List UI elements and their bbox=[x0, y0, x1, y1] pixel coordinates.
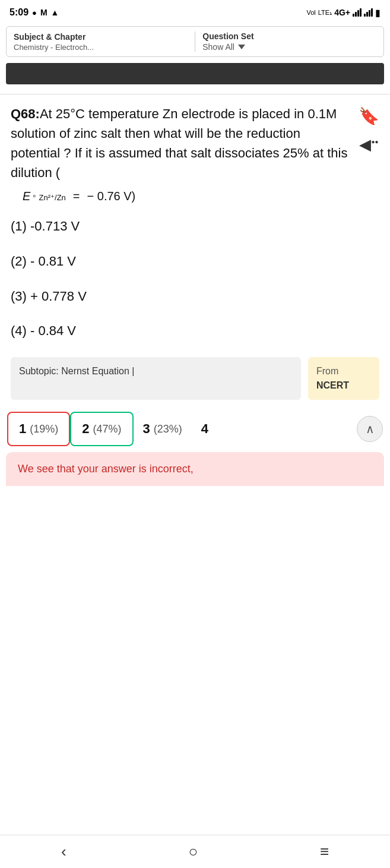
menu-button[interactable]: ≡ bbox=[308, 838, 341, 866]
equals-sign: = bbox=[73, 187, 80, 205]
scroll-up-button[interactable]: ∧ bbox=[357, 416, 383, 442]
options-list: (1) -0.713 V (2) - 0.81 V (3) + 0.778 V … bbox=[11, 217, 379, 340]
answer-btn-1[interactable]: 1 (19%) bbox=[7, 412, 70, 446]
answer-btn-2[interactable]: 2 (47%) bbox=[70, 412, 133, 446]
subject-chapter-filter[interactable]: Subject & Chapter Chemistry - Electroch.… bbox=[14, 31, 188, 52]
feedback-text: We see that your answer is incorrect, bbox=[18, 463, 194, 475]
info-row: Subtopic: Nernst Equation | From NCERT bbox=[0, 357, 390, 400]
answer-plain-3[interactable]: 3 (23%) bbox=[134, 413, 192, 445]
e-symbol: E bbox=[23, 187, 30, 205]
question-set-label: Question Set bbox=[202, 31, 376, 41]
signal-bars-2 bbox=[364, 8, 373, 17]
subtopic-value: Nernst Equation | bbox=[61, 366, 134, 376]
back-icon: ‹ bbox=[61, 842, 66, 860]
formula-text: E°Zn²⁺/Zn = − 0.76 V) bbox=[23, 187, 135, 205]
option-1[interactable]: (1) -0.713 V bbox=[11, 217, 379, 236]
subtopic-box: Subtopic: Nernst Equation | bbox=[11, 357, 301, 400]
question-icons: 🔖 ◀●● bbox=[359, 104, 379, 154]
bottom-nav[interactable]: ‹ ○ ≡ bbox=[0, 835, 390, 868]
option-4[interactable]: (4) - 0.84 V bbox=[11, 322, 379, 340]
filter-divider bbox=[195, 31, 196, 52]
source-box: From NCERT bbox=[308, 357, 379, 400]
subscript-label: Zn²⁺/Zn bbox=[39, 192, 66, 204]
source-line1: From bbox=[316, 364, 371, 378]
question-number: Q68: bbox=[11, 106, 40, 121]
status-right: Vol LTE₁ 4G+ ▮ bbox=[306, 7, 381, 18]
question-header: Q68:At 25°C temperature Zn electrode is … bbox=[11, 104, 379, 206]
separator-line bbox=[0, 94, 390, 94]
subject-chapter-label: Subject & Chapter bbox=[14, 32, 188, 42]
option-3[interactable]: (3) + 0.778 V bbox=[11, 288, 379, 306]
answer-pct-3: (23%) bbox=[154, 423, 182, 435]
time-display: 5:09 bbox=[9, 7, 28, 18]
answer-num-4: 4 bbox=[201, 421, 208, 437]
answer-pct-2: (47%) bbox=[93, 423, 122, 435]
answer-pct-1: (19%) bbox=[30, 423, 58, 435]
option-2[interactable]: (2) - 0.81 V bbox=[11, 252, 379, 271]
share-icon[interactable]: ◀●● bbox=[359, 135, 378, 154]
signal-bars bbox=[353, 8, 362, 17]
question-text: Q68:At 25°C temperature Zn electrode is … bbox=[11, 104, 353, 206]
m-icon: M bbox=[40, 8, 47, 17]
bookmark-icon[interactable]: 🔖 bbox=[359, 106, 379, 126]
home-icon: ○ bbox=[188, 842, 198, 860]
dark-progress-bar bbox=[6, 63, 384, 84]
answer-options-row[interactable]: 1 (19%) 2 (47%) 3 (23%) 4 ∧ bbox=[0, 412, 390, 446]
signal-icon: ● bbox=[32, 8, 37, 17]
back-button[interactable]: ‹ bbox=[49, 838, 78, 866]
subject-chapter-value: Chemistry - Electroch... bbox=[14, 43, 188, 52]
value-text: − 0.76 V) bbox=[87, 187, 136, 205]
source-line2: NCERT bbox=[316, 378, 371, 393]
lte-label: LTE₁ bbox=[318, 9, 332, 17]
status-bar: 5:09 ● M ▲ Vol LTE₁ 4G+ ▮ bbox=[0, 0, 390, 24]
degree-symbol: ° bbox=[33, 192, 36, 204]
feedback-bar: We see that your answer is incorrect, bbox=[6, 452, 384, 486]
chevron-up-icon: ∧ bbox=[366, 422, 375, 436]
answer-plain-4[interactable]: 4 bbox=[192, 413, 218, 445]
question-body: At 25°C temperature Zn electrode is plac… bbox=[11, 106, 347, 180]
subtopic-label: Subtopic: bbox=[19, 366, 59, 376]
chevron-down-icon bbox=[238, 45, 245, 49]
answer-num-2: 2 bbox=[82, 421, 89, 437]
answer-num-1: 1 bbox=[19, 421, 26, 437]
filter-row[interactable]: Subject & Chapter Chemistry - Electroch.… bbox=[6, 26, 384, 57]
vol-icon: Vol bbox=[306, 9, 315, 16]
network-label: 4G+ bbox=[334, 8, 350, 17]
question-set-value: Show All bbox=[202, 42, 376, 52]
show-all-text: Show All bbox=[202, 42, 234, 52]
menu-icon: ≡ bbox=[320, 842, 329, 860]
cloud-icon: ▲ bbox=[51, 8, 59, 17]
status-time: 5:09 ● M ▲ bbox=[9, 7, 59, 18]
answer-num-3: 3 bbox=[143, 421, 150, 437]
home-button[interactable]: ○ bbox=[176, 838, 210, 866]
question-set-filter[interactable]: Question Set Show All bbox=[202, 31, 376, 52]
battery-icon: ▮ bbox=[375, 7, 381, 18]
question-area: Q68:At 25°C temperature Zn electrode is … bbox=[0, 104, 390, 340]
